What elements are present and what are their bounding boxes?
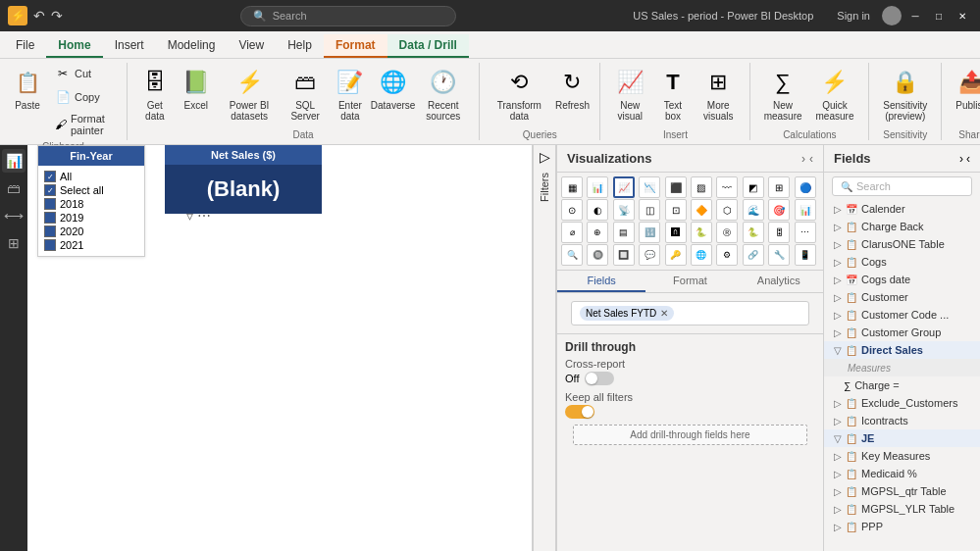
viz-table[interactable]: 🐍 xyxy=(691,222,712,243)
fields-dropzone-net-sales[interactable]: Net Sales FYTD ✕ xyxy=(571,301,809,326)
excel-btn[interactable]: 📗 Excel xyxy=(177,63,216,115)
slicer-checkbox-2018[interactable] xyxy=(44,198,56,210)
data-view-btn[interactable]: 🗃 xyxy=(2,176,26,200)
viz-zoom[interactable]: 🔍 xyxy=(561,244,583,266)
canvas-area[interactable]: Fin-Year ✓ All ✓ Select all 2018 2019 xyxy=(27,145,533,551)
slicer-item-select-all[interactable]: ✓ Select all xyxy=(42,183,140,197)
viz-arcgis[interactable]: 🌐 xyxy=(691,244,712,266)
viz-gauge[interactable]: ⌀ xyxy=(561,222,583,243)
field-table-key-measures[interactable]: ▷ 📋 Key Measures xyxy=(824,447,980,465)
new-measure-btn[interactable]: ∑ New measure xyxy=(758,63,806,125)
field-table-customer-code[interactable]: ▷ 📋 Customer Code ... xyxy=(824,306,980,324)
viz-line[interactable]: 〰 xyxy=(716,176,738,198)
slicer-item-2019[interactable]: 2019 xyxy=(42,211,140,225)
field-table-je[interactable]: ▽ 📋 JE xyxy=(824,429,980,447)
sql-server-btn[interactable]: 🗃 SQL Server xyxy=(283,63,328,125)
viz-paginated[interactable]: 📱 xyxy=(795,244,816,266)
field-table-icontracts[interactable]: ▷ 📋 Icontracts xyxy=(824,412,980,429)
field-table-customer-group[interactable]: ▷ 📋 Customer Group xyxy=(824,324,980,341)
tab-insert[interactable]: Insert xyxy=(103,34,156,58)
quick-measure-btn[interactable]: ⚡ Quick measure xyxy=(809,63,861,125)
viz-shape[interactable]: 🔲 xyxy=(613,244,635,266)
get-data-btn[interactable]: 🗄 Get data xyxy=(135,63,175,125)
minimize-btn[interactable]: ─ xyxy=(905,6,925,25)
viz-stacked-bar[interactable]: ▦ xyxy=(561,176,583,198)
viz-qna[interactable]: 💬 xyxy=(639,244,660,266)
viz-python[interactable]: 🐍 xyxy=(743,222,764,243)
viz-panel-expand-icon[interactable]: › xyxy=(801,152,805,166)
user-avatar[interactable] xyxy=(882,6,902,25)
tab-data-drill[interactable]: Data / Drill xyxy=(387,34,469,58)
slicer-item-all[interactable]: ✓ All xyxy=(42,170,140,183)
viz-ribbon[interactable]: ◐ xyxy=(587,199,608,221)
tab-home[interactable]: Home xyxy=(46,34,102,58)
slicer-checkbox-2019[interactable] xyxy=(44,212,56,224)
field-table-customer[interactable]: ▷ 📋 Customer xyxy=(824,288,980,306)
viz-clustered-bar[interactable]: 📊 xyxy=(587,176,608,198)
viz-matrix[interactable]: Ⓡ xyxy=(716,222,738,243)
fields-search-box[interactable]: 🔍 Search xyxy=(832,176,972,196)
tab-view[interactable]: View xyxy=(227,34,276,58)
net-sales-visual[interactable]: Net Sales ($) (Blank) xyxy=(155,145,332,204)
field-table-cogs[interactable]: ▷ 📋 Cogs xyxy=(824,253,980,271)
paste-btn[interactable]: 📋 Paste xyxy=(8,63,47,115)
viz-stacked-area[interactable]: ⊞ xyxy=(768,176,790,198)
add-drill-field-btn[interactable]: Add drill-through fields here xyxy=(573,425,807,445)
field-table-exclude-customers[interactable]: ▷ 📋 Exclude_Customers xyxy=(824,394,980,412)
viz-treemap[interactable]: 🌊 xyxy=(743,199,764,221)
viz-kpi[interactable]: 🔢 xyxy=(639,222,660,243)
field-table-cogs-date[interactable]: ▷ 📅 Cogs date xyxy=(824,271,980,288)
copy-btn[interactable]: 📄 Copy xyxy=(49,86,119,108)
filters-toggle-icon[interactable]: ▷ xyxy=(540,149,550,165)
viz-pie[interactable]: 🔶 xyxy=(691,199,712,221)
filters-panel[interactable]: ▷ Filters xyxy=(533,145,556,551)
field-table-mgpsl-ylr[interactable]: ▷ 📋 MGPSL_YLR Table xyxy=(824,500,980,518)
model-view-btn[interactable]: ⟷ xyxy=(2,204,26,227)
viz-area[interactable]: ◩ xyxy=(743,176,764,198)
transform-btn[interactable]: ⟲ Transform data xyxy=(488,63,550,125)
tab-file[interactable]: File xyxy=(4,34,46,58)
slicer-checkbox-select-all[interactable]: ✓ xyxy=(44,184,56,196)
app-logo[interactable]: ⚡ xyxy=(8,6,27,25)
slicer-item-2018[interactable]: 2018 xyxy=(42,197,140,211)
viz-100-stacked-column[interactable]: ▨ xyxy=(691,176,712,198)
fields-expand-icon[interactable]: › xyxy=(959,152,963,166)
viz-r-script[interactable]: 🎛 xyxy=(768,222,790,243)
viz-key[interactable]: 🔑 xyxy=(665,244,687,266)
tab-modeling[interactable]: Modeling xyxy=(156,34,228,58)
report-view-btn[interactable]: 📊 xyxy=(2,149,26,173)
viz-line-stacked[interactable]: ⊙ xyxy=(561,199,583,221)
viz-clustered-column[interactable]: 📈 xyxy=(613,176,635,198)
format-painter-btn[interactable]: 🖌 Format painter xyxy=(49,110,119,139)
cross-report-toggle[interactable] xyxy=(585,372,614,385)
cut-btn[interactable]: ✂ Cut xyxy=(49,63,119,84)
tab-help[interactable]: Help xyxy=(276,34,324,58)
viz-multi-row-card[interactable]: ▤ xyxy=(613,222,635,243)
sensitivity-btn[interactable]: 🔒 Sensitivity (preview) xyxy=(877,63,933,125)
viz-fields-sub-tab[interactable]: Fields xyxy=(557,271,645,292)
field-table-charge-back[interactable]: ▷ 📋 Charge Back xyxy=(824,218,980,235)
field-table-medicaid[interactable]: ▷ 📋 Medicaid % xyxy=(824,465,980,482)
slicer-item-2021[interactable]: 2021 xyxy=(42,238,140,252)
viz-smart-narrative[interactable]: ⚙ xyxy=(716,244,738,266)
viz-waterfall[interactable]: 📡 xyxy=(613,199,635,221)
title-search-bar[interactable]: 🔍 Search xyxy=(240,6,456,26)
fields-collapse-icon[interactable]: ‹ xyxy=(966,152,970,166)
close-btn[interactable]: ✕ xyxy=(953,6,972,25)
fin-year-slicer[interactable]: Fin-Year ✓ All ✓ Select all 2018 2019 xyxy=(37,145,145,257)
viz-filter2[interactable]: 🔘 xyxy=(587,244,608,266)
field-table-calender[interactable]: ▷ 📅 Calender xyxy=(824,200,980,218)
viz-donut[interactable]: ⬡ xyxy=(716,199,738,221)
viz-panel-collapse-icon[interactable]: ‹ xyxy=(809,152,813,166)
undo-btn[interactable]: ↶ xyxy=(33,8,45,24)
viz-analytics-sub-tab[interactable]: Analytics xyxy=(735,271,823,292)
slicer-checkbox-2021[interactable] xyxy=(44,239,56,251)
viz-stacked-column[interactable]: 📉 xyxy=(639,176,660,198)
enter-data-btn[interactable]: 📝 Enter data xyxy=(330,63,371,125)
refresh-btn[interactable]: ↻ Refresh xyxy=(552,63,592,115)
viz-scatter[interactable]: ⊡ xyxy=(665,199,687,221)
dax-query-btn[interactable]: ⊞ xyxy=(2,231,26,255)
viz-funnel[interactable]: ◫ xyxy=(639,199,660,221)
filter-visual-icon[interactable]: ▿ xyxy=(186,208,193,224)
redo-btn[interactable]: ↷ xyxy=(51,8,63,24)
